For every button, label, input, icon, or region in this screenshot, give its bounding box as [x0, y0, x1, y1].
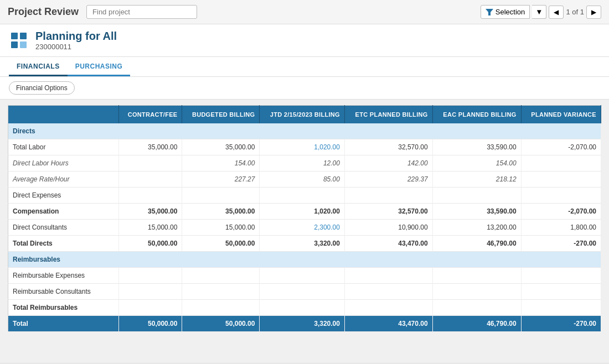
svg-marker-0 [486, 9, 493, 15]
selection-filter-button[interactable]: Selection [481, 5, 530, 19]
total-label: Total [8, 316, 119, 332]
project-name: Planning for All [35, 30, 117, 43]
svg-rect-4 [20, 41, 27, 48]
col-header-etc-planned: ETC PLANNED BILLING [344, 106, 432, 124]
row-value [521, 300, 601, 316]
row-value [344, 300, 432, 316]
row-value: 32,570.00 [344, 204, 432, 220]
row-value [182, 268, 260, 284]
table-body: DirectsTotal Labor35,000.0035,000.001,02… [8, 123, 601, 332]
table-header: CONTRACT/FEE BUDGETED BILLING JTD 2/15/2… [8, 106, 601, 124]
table-row: Average Rate/Hour227.2785.00229.37218.12 [8, 171, 601, 188]
row-value [521, 188, 601, 204]
table-row: Compensation35,000.0035,000.001,020.0032… [8, 204, 601, 220]
row-value [432, 284, 521, 300]
row-label: Compensation [8, 204, 119, 220]
row-value [260, 300, 344, 316]
row-value: 13,200.00 [432, 220, 521, 236]
col-header-contract-fee: CONTRACT/FEE [119, 106, 182, 124]
total-value: 50,000.00 [182, 316, 260, 332]
main-content: CONTRACT/FEE BUDGETED BILLING JTD 2/15/2… [0, 100, 609, 363]
row-value: 35,000.00 [119, 139, 182, 155]
row-value: 50,000.00 [119, 236, 182, 252]
row-value: 15,000.00 [182, 220, 260, 236]
row-label: Reimbursable Consultants [8, 284, 119, 300]
row-value [521, 155, 601, 171]
row-value: 50,000.00 [182, 236, 260, 252]
row-value [119, 284, 182, 300]
header-bar: Project Review Selection ▼ ◀ 1 of 1 ▶ [0, 0, 609, 24]
find-project-input[interactable] [86, 5, 197, 19]
row-value [119, 268, 182, 284]
financial-options-button[interactable]: Financial Options [9, 81, 75, 95]
table-row: Directs [8, 123, 601, 139]
row-value [260, 284, 344, 300]
row-value: 43,470.00 [344, 236, 432, 252]
section-header-cell: Directs [8, 123, 601, 139]
row-value: 154.00 [432, 155, 521, 171]
row-value: 35,000.00 [182, 204, 260, 220]
nav-prev-button[interactable]: ◀ [549, 6, 564, 19]
row-value [432, 300, 521, 316]
row-value: 229.37 [344, 171, 432, 188]
row-value [182, 284, 260, 300]
svg-rect-3 [11, 41, 18, 48]
selection-dropdown-button[interactable]: ▼ [532, 5, 546, 19]
row-value [182, 300, 260, 316]
row-value: 3,320.00 [260, 236, 344, 252]
row-value [182, 188, 260, 204]
row-value: 218.12 [432, 171, 521, 188]
total-value: 3,320.00 [260, 316, 344, 332]
app-title: Project Review [8, 6, 79, 18]
financial-table: CONTRACT/FEE BUDGETED BILLING JTD 2/15/2… [8, 105, 601, 332]
row-value [344, 188, 432, 204]
row-value: 1,020.00 [260, 204, 344, 220]
row-label: Reimbursable Expenses [8, 268, 119, 284]
filter-icon [486, 8, 493, 16]
tab-purchasing[interactable]: PURCHASING [68, 57, 131, 76]
row-value [119, 171, 182, 188]
row-value: 35,000.00 [182, 139, 260, 155]
row-value: 46,790.00 [432, 236, 521, 252]
row-value [521, 284, 601, 300]
page-info: 1 of 1 [566, 8, 584, 16]
row-label: Direct Expenses [8, 188, 119, 204]
table-row: Direct Consultants15,000.0015,000.002,30… [8, 220, 601, 236]
row-value: 12.00 [260, 155, 344, 171]
svg-rect-2 [20, 33, 27, 39]
row-value: 15,000.00 [119, 220, 182, 236]
row-label: Total Labor [8, 139, 119, 155]
row-value: 142.00 [344, 155, 432, 171]
row-value: -2,070.00 [521, 204, 601, 220]
table-row: Total Reimbursables [8, 300, 601, 316]
row-label: Total Reimbursables [8, 300, 119, 316]
row-value [119, 188, 182, 204]
row-value [119, 300, 182, 316]
row-value: 2,300.00 [260, 220, 344, 236]
nav-next-button[interactable]: ▶ [586, 6, 601, 19]
section-header-cell: Reimbursables [8, 252, 601, 268]
col-header-planned-variance: PLANNED VARIANCE [521, 106, 601, 124]
financial-options-label: Financial Options [16, 84, 68, 92]
project-grid-icon [10, 32, 28, 49]
total-value: 46,790.00 [432, 316, 521, 332]
row-label: Average Rate/Hour [8, 171, 119, 188]
total-value: 43,470.00 [344, 316, 432, 332]
row-value [260, 268, 344, 284]
row-value: 32,570.00 [344, 139, 432, 155]
table-row: Total Labor35,000.0035,000.001,020.0032,… [8, 139, 601, 155]
tab-financials[interactable]: FINANCIALS [9, 57, 68, 76]
row-value: 33,590.00 [432, 204, 521, 220]
row-value [521, 268, 601, 284]
project-number: 230000011 [35, 43, 117, 51]
row-value: 1,020.00 [260, 139, 344, 155]
table-row: Reimbursable Consultants [8, 284, 601, 300]
row-value [344, 268, 432, 284]
row-value: 33,590.00 [432, 139, 521, 155]
row-value [521, 171, 601, 188]
col-header-eac-planned: EAC PLANNED BILLING [432, 106, 521, 124]
selection-control: Selection ▼ ◀ 1 of 1 ▶ [481, 5, 601, 19]
tabs-bar: FINANCIALS PURCHASING [0, 57, 609, 77]
row-value: 227.27 [182, 171, 260, 188]
financial-options-bar: Financial Options [0, 77, 609, 100]
